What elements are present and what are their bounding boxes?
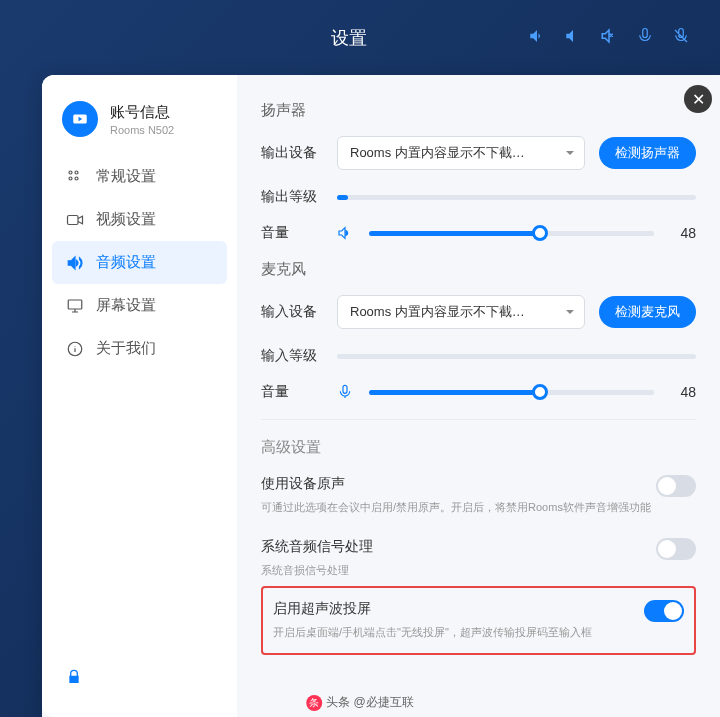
speaker-volume-label: 音量 [261,224,323,242]
sidebar-item-screen[interactable]: 屏幕设置 [52,284,227,327]
page-title: 设置 [170,26,528,50]
svg-point-4 [69,177,72,180]
sidebar-account[interactable]: 账号信息 Rooms N502 [52,93,227,155]
svg-point-2 [69,171,72,174]
account-sub: Rooms N502 [110,124,174,136]
original-sound-desc: 可通过此选项在会议中启用/禁用原声。开启后，将禁用Rooms软件声音增强功能 [261,499,656,516]
ultrasonic-label: 启用超声波投屏 [273,600,644,618]
sidebar-item-general[interactable]: 常规设置 [52,155,227,198]
settings-dialog: 账号信息 Rooms N502 常规设置 视频设置 音频设置 屏幕设置 关于我们 [42,75,720,717]
signal-proc-desc: 系统音损信号处理 [261,562,656,579]
advanced-section-title: 高级设置 [261,438,696,457]
sidebar-item-audio[interactable]: 音频设置 [52,241,227,284]
sidebar-item-label: 关于我们 [96,339,156,358]
speaker-mute-icon[interactable] [600,27,618,49]
input-device-select[interactable]: Rooms 内置内容显示不下截… [337,295,585,329]
input-level-label: 输入等级 [261,347,323,365]
ultrasonic-highlight: 启用超声波投屏 开启后桌面端/手机端点击"无线投屏"，超声波传输投屏码至输入框 [261,586,696,655]
speaker-mid-icon[interactable] [564,27,582,49]
topbar: 设置 [0,0,720,75]
content-panel: 扬声器 输出设备 Rooms 内置内容显示不下截… 检测扬声器 输出等级 音量 … [237,75,720,717]
original-sound-label: 使用设备原声 [261,475,656,493]
topbar-controls [528,27,690,49]
mic-volume-value: 48 [668,384,696,400]
svg-rect-6 [68,215,79,224]
original-sound-toggle[interactable] [656,475,696,497]
lock-icon[interactable] [52,659,227,699]
svg-rect-7 [68,300,82,309]
speaker-section-title: 扬声器 [261,101,696,120]
input-level-meter [337,354,696,359]
volume-icon [337,225,355,241]
sidebar-item-label: 屏幕设置 [96,296,156,315]
watermark: 条 头条 @必捷互联 [306,694,414,711]
original-sound-row: 使用设备原声 可通过此选项在会议中启用/禁用原声。开启后，将禁用Rooms软件声… [261,475,696,516]
svg-point-3 [75,171,78,174]
input-device-label: 输入设备 [261,303,323,321]
close-button[interactable]: ✕ [684,85,712,113]
avatar [62,101,98,137]
account-name: 账号信息 [110,103,174,122]
watermark-icon: 条 [306,695,322,711]
ultrasonic-row: 启用超声波投屏 开启后桌面端/手机端点击"无线投屏"，超声波传输投屏码至输入框 [273,600,684,641]
mic-volume-label: 音量 [261,383,323,401]
test-speaker-button[interactable]: 检测扬声器 [599,137,696,169]
sidebar: 账号信息 Rooms N502 常规设置 视频设置 音频设置 屏幕设置 关于我们 [42,75,237,717]
sidebar-item-about[interactable]: 关于我们 [52,327,227,370]
output-level-label: 输出等级 [261,188,323,206]
svg-point-5 [75,177,78,180]
signal-proc-toggle[interactable] [656,538,696,560]
signal-proc-row: 系统音频信号处理 系统音损信号处理 [261,538,696,579]
speaker-on-icon[interactable] [528,27,546,49]
mic-vol-icon [337,384,355,400]
mic-mute-icon[interactable] [672,27,690,49]
speaker-volume-value: 48 [668,225,696,241]
ultrasonic-toggle[interactable] [644,600,684,622]
output-device-select[interactable]: Rooms 内置内容显示不下截… [337,136,585,170]
sidebar-item-video[interactable]: 视频设置 [52,198,227,241]
sidebar-item-label: 视频设置 [96,210,156,229]
divider [261,419,696,420]
mic-icon[interactable] [636,27,654,49]
signal-proc-label: 系统音频信号处理 [261,538,656,556]
output-device-label: 输出设备 [261,144,323,162]
ultrasonic-desc: 开启后桌面端/手机端点击"无线投屏"，超声波传输投屏码至输入框 [273,624,644,641]
mic-volume-slider[interactable] [369,390,654,395]
test-mic-button[interactable]: 检测麦克风 [599,296,696,328]
output-level-meter [337,195,696,200]
sidebar-item-label: 音频设置 [96,253,156,272]
sidebar-item-label: 常规设置 [96,167,156,186]
speaker-volume-slider[interactable] [369,231,654,236]
mic-section-title: 麦克风 [261,260,696,279]
